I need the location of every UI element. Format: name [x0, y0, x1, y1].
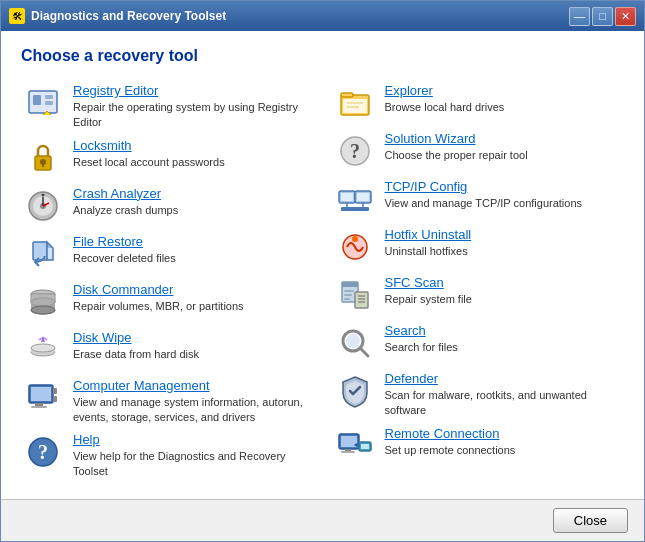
help-text: Help View help for the Diagnostics and R…: [73, 432, 311, 479]
tool-sfc-scan[interactable]: SFC Scan Repair system file: [333, 271, 625, 319]
locksmith-desc: Reset local account passwords: [73, 156, 225, 168]
tool-disk-wipe[interactable]: Disk Wipe Erase data from hard disk: [21, 326, 313, 374]
main-window: 🛠 Diagnostics and Recovery Toolset — □ ✕…: [0, 0, 645, 542]
svg-rect-53: [342, 282, 358, 287]
titlebar: 🛠 Diagnostics and Recovery Toolset — □ ✕: [1, 1, 644, 31]
computer-management-icon: [23, 378, 63, 418]
crash-analyzer-link[interactable]: Crash Analyzer: [73, 186, 311, 201]
computer-management-desc: View and manage system information, auto…: [73, 396, 303, 423]
file-restore-link[interactable]: File Restore: [73, 234, 311, 249]
tcpip-config-text: TCP/IP Config View and manage TCP/IP con…: [385, 179, 623, 210]
crash-analyzer-text: Crash Analyzer Analyze crash dumps: [73, 186, 311, 217]
svg-rect-3: [45, 101, 53, 105]
tcpip-config-icon: [335, 179, 375, 219]
close-window-button[interactable]: ✕: [615, 7, 636, 26]
disk-wipe-desc: Erase data from hard disk: [73, 348, 199, 360]
help-desc: View help for the Diagnostics and Recove…: [73, 450, 286, 477]
search-text: Search Search for files: [385, 323, 623, 354]
svg-point-62: [346, 334, 360, 348]
tool-disk-commander[interactable]: Disk Commander Repair volumes, MBR, or p…: [21, 278, 313, 326]
svg-rect-6: [42, 163, 44, 167]
svg-point-27: [31, 344, 55, 352]
crash-analyzer-desc: Analyze crash dumps: [73, 204, 178, 216]
file-restore-text: File Restore Recover deleted files: [73, 234, 311, 265]
titlebar-buttons: — □ ✕: [569, 7, 636, 26]
svg-text:?: ?: [350, 140, 360, 162]
crash-analyzer-icon: [23, 186, 63, 226]
svg-rect-66: [345, 449, 351, 451]
tool-hotfix-uninstall[interactable]: Hotfix Uninstall Uninstall hotfixes: [333, 223, 625, 271]
registry-editor-icon: [23, 83, 63, 123]
tool-solution-wizard[interactable]: ? Solution Wizard Choose the proper repa…: [333, 127, 625, 175]
defender-text: Defender Scan for malware, rootkits, and…: [385, 371, 623, 418]
hotfix-uninstall-desc: Uninstall hotfixes: [385, 245, 468, 257]
sfc-scan-desc: Repair system file: [385, 293, 472, 305]
registry-editor-text: Registry Editor Repair the operating sys…: [73, 83, 311, 130]
svg-rect-69: [361, 444, 369, 449]
hotfix-uninstall-link[interactable]: Hotfix Uninstall: [385, 227, 623, 242]
explorer-desc: Browse local hard drives: [385, 101, 505, 113]
window-title: Diagnostics and Recovery Toolset: [31, 9, 226, 23]
locksmith-text: Locksmith Reset local account passwords: [73, 138, 311, 169]
file-restore-desc: Recover deleted files: [73, 252, 176, 264]
disk-commander-link[interactable]: Disk Commander: [73, 282, 311, 297]
remote-connection-desc: Set up remote connections: [385, 444, 516, 456]
maximize-button[interactable]: □: [592, 7, 613, 26]
svg-point-10: [42, 193, 45, 196]
solution-wizard-icon: ?: [335, 131, 375, 171]
locksmith-link[interactable]: Locksmith: [73, 138, 311, 153]
tool-remote-connection[interactable]: Remote Connection Set up remote connecti…: [333, 422, 625, 470]
defender-link[interactable]: Defender: [385, 371, 623, 386]
svg-rect-30: [35, 403, 43, 406]
defender-icon: [335, 371, 375, 411]
svg-rect-57: [355, 292, 368, 308]
svg-rect-1: [33, 95, 41, 105]
computer-management-link[interactable]: Computer Management: [73, 378, 311, 393]
tool-defender[interactable]: Defender Scan for malware, rootkits, and…: [333, 367, 625, 422]
close-button[interactable]: Close: [553, 508, 628, 533]
svg-rect-37: [341, 93, 353, 97]
search-desc: Search for files: [385, 341, 458, 353]
tcpip-config-link[interactable]: TCP/IP Config: [385, 179, 623, 194]
tool-tcpip-config[interactable]: TCP/IP Config View and manage TCP/IP con…: [333, 175, 625, 223]
svg-rect-2: [45, 95, 53, 99]
explorer-icon: [335, 83, 375, 123]
svg-line-63: [360, 348, 368, 356]
svg-rect-55: [344, 294, 352, 296]
tool-search[interactable]: Search Search for files: [333, 319, 625, 367]
minimize-button[interactable]: —: [569, 7, 590, 26]
sfc-scan-link[interactable]: SFC Scan: [385, 275, 623, 290]
svg-point-51: [352, 236, 358, 242]
svg-rect-33: [53, 396, 57, 402]
page-heading: Choose a recovery tool: [21, 47, 624, 65]
disk-commander-text: Disk Commander Repair volumes, MBR, or p…: [73, 282, 311, 313]
tool-locksmith[interactable]: Locksmith Reset local account passwords: [21, 134, 313, 182]
svg-rect-29: [31, 387, 51, 401]
tcpip-config-desc: View and manage TCP/IP configurations: [385, 197, 583, 209]
disk-wipe-link[interactable]: Disk Wipe: [73, 330, 311, 345]
solution-wizard-desc: Choose the proper repair tool: [385, 149, 528, 161]
svg-rect-54: [344, 290, 354, 292]
help-link[interactable]: Help: [73, 432, 311, 447]
svg-rect-49: [341, 207, 369, 211]
explorer-link[interactable]: Explorer: [385, 83, 623, 98]
search-tool-icon: [335, 323, 375, 363]
tool-computer-management[interactable]: Computer Management View and manage syst…: [21, 374, 313, 429]
remote-connection-icon: [335, 426, 375, 466]
sfc-scan-icon: [335, 275, 375, 315]
solution-wizard-text: Solution Wizard Choose the proper repair…: [385, 131, 623, 162]
remote-connection-link[interactable]: Remote Connection: [385, 426, 623, 441]
help-icon: ?: [23, 432, 63, 472]
app-icon: 🛠: [9, 8, 25, 24]
registry-editor-link[interactable]: Registry Editor: [73, 83, 311, 98]
tool-explorer[interactable]: Explorer Browse local hard drives: [333, 79, 625, 127]
search-link[interactable]: Search: [385, 323, 623, 338]
tool-registry-editor[interactable]: Registry Editor Repair the operating sys…: [21, 79, 313, 134]
left-column: Registry Editor Repair the operating sys…: [21, 79, 313, 483]
explorer-text: Explorer Browse local hard drives: [385, 83, 623, 114]
tool-file-restore[interactable]: File Restore Recover deleted files: [21, 230, 313, 278]
svg-rect-38: [343, 99, 367, 113]
tool-crash-analyzer[interactable]: Crash Analyzer Analyze crash dumps: [21, 182, 313, 230]
tool-help[interactable]: ? Help View help for the Diagnostics and…: [21, 428, 313, 483]
solution-wizard-link[interactable]: Solution Wizard: [385, 131, 623, 146]
